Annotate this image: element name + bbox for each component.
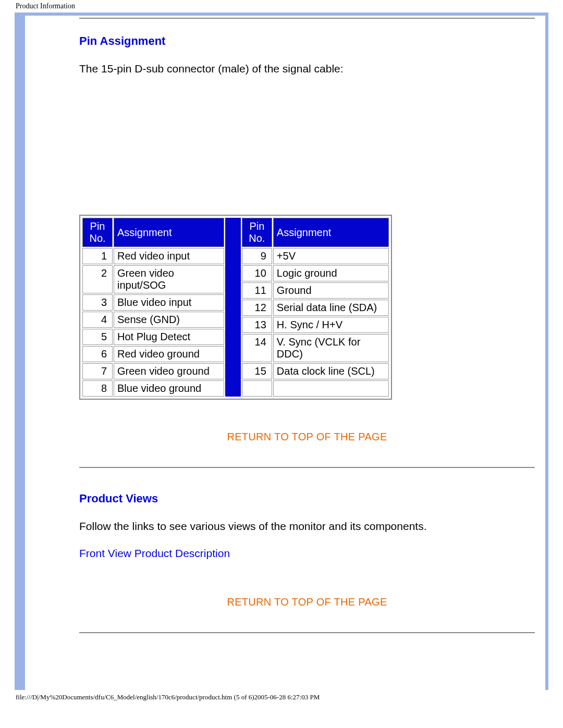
pin-number-cell: 13 [242, 317, 272, 333]
pin-assignment-cell: Sense (GND) [114, 312, 224, 328]
table-row: 7Green video ground [82, 363, 224, 379]
pin-assignment-cell: H. Sync / H+V [273, 317, 389, 333]
content-frame: Pin Assignment The 15-pin D-sub connecto… [15, 13, 548, 690]
table-row [242, 380, 389, 397]
col-header-pin: Pin No. [82, 218, 113, 247]
pin-number-cell: 7 [82, 363, 113, 379]
pin-assignment-cell: Blue video ground [114, 380, 224, 397]
content-area: Pin Assignment The 15-pin D-sub connecto… [79, 16, 535, 633]
pin-number-cell: 11 [242, 282, 272, 299]
pin-assignment-cell: Red video ground [114, 346, 224, 362]
pin-assignment-cell: +5V [273, 248, 389, 264]
return-to-top-anchor[interactable]: RETURN TO TOP OF THE PAGE [227, 596, 387, 608]
table-row: 2Green video input/SOG [82, 265, 224, 293]
divider [79, 632, 535, 633]
product-views-intro: Follow the links to see various views of… [79, 520, 535, 533]
pin-assignment-cell: Logic ground [273, 265, 389, 281]
pin-number-cell: 10 [242, 265, 272, 281]
col-header-assignment: Assignment [273, 218, 389, 247]
pin-tables: Pin No. Assignment 1Red video input2Gree… [79, 215, 392, 400]
pin-table-gap [225, 218, 241, 397]
pin-number-cell: 1 [82, 248, 113, 264]
table-row: 8Blue video ground [82, 380, 224, 397]
return-to-top-anchor[interactable]: RETURN TO TOP OF THE PAGE [227, 431, 387, 442]
pin-number-cell: 9 [242, 248, 272, 264]
pin-assignment-cell: Blue video input [114, 294, 224, 311]
pin-number-cell: 8 [82, 380, 113, 397]
pin-assignment-heading: Pin Assignment [79, 34, 535, 48]
pin-number-cell: 14 [242, 334, 272, 362]
table-row: 5Hot Plug Detect [82, 329, 224, 345]
col-header-pin: Pin No. [242, 218, 272, 247]
return-to-top-link[interactable]: RETURN TO TOP OF THE PAGE [79, 431, 535, 443]
product-views-heading: Product Views [79, 492, 535, 505]
pin-number-cell: 2 [82, 265, 113, 293]
pin-assignment-cell: Ground [273, 282, 389, 299]
pin-assignment-cell: Green video ground [114, 363, 224, 379]
pin-table-left: Pin No. Assignment 1Red video input2Gree… [81, 217, 225, 398]
pin-number-cell: 4 [82, 312, 113, 328]
table-row: 14V. Sync (VCLK for DDC) [242, 334, 389, 362]
footer-path: file:///D|/My%20Documents/dfu/C6_Model/e… [0, 690, 563, 701]
pin-number-cell: 5 [82, 329, 113, 345]
pin-assignment-cell: Data clock line (SCL) [273, 363, 389, 379]
front-view-link[interactable]: Front View Product Description [79, 547, 535, 560]
table-row: 6Red video ground [82, 346, 224, 362]
divider [79, 18, 535, 19]
table-row: 15Data clock line (SCL) [242, 363, 389, 379]
table-row: 1Red video input [82, 248, 224, 264]
table-row: 3Blue video input [82, 294, 224, 311]
pin-assignment-cell [273, 380, 389, 397]
pin-table-right: Pin No. Assignment 9+5V10Logic ground11G… [241, 217, 390, 398]
pin-number-cell: 15 [242, 363, 272, 379]
page-header: Product Information [0, 0, 563, 13]
pin-assignment-cell: Green video input/SOG [114, 265, 224, 293]
pin-assignment-cell: V. Sync (VCLK for DDC) [273, 334, 389, 362]
pin-assignment-cell: Red video input [114, 248, 224, 264]
pin-assignment-cell: Serial data line (SDA) [273, 300, 389, 316]
table-row: 13H. Sync / H+V [242, 317, 389, 333]
pin-assignment-cell: Hot Plug Detect [114, 329, 224, 345]
connector-image-placeholder [79, 90, 535, 215]
table-row: 12Serial data line (SDA) [242, 300, 389, 316]
return-to-top-link[interactable]: RETURN TO TOP OF THE PAGE [79, 596, 535, 608]
col-header-assignment: Assignment [114, 218, 224, 247]
pin-number-cell: 3 [82, 294, 113, 311]
front-view-anchor[interactable]: Front View Product Description [79, 547, 230, 559]
table-row: 10Logic ground [242, 265, 389, 281]
table-row: 9+5V [242, 248, 389, 264]
pin-number-cell: 6 [82, 346, 113, 362]
table-row: 11Ground [242, 282, 389, 299]
pin-assignment-intro: The 15-pin D-sub connector (male) of the… [79, 63, 535, 75]
table-row: 4Sense (GND) [82, 312, 224, 328]
divider [79, 467, 535, 468]
pin-number-cell: 12 [242, 300, 272, 316]
pin-number-cell [242, 380, 272, 397]
